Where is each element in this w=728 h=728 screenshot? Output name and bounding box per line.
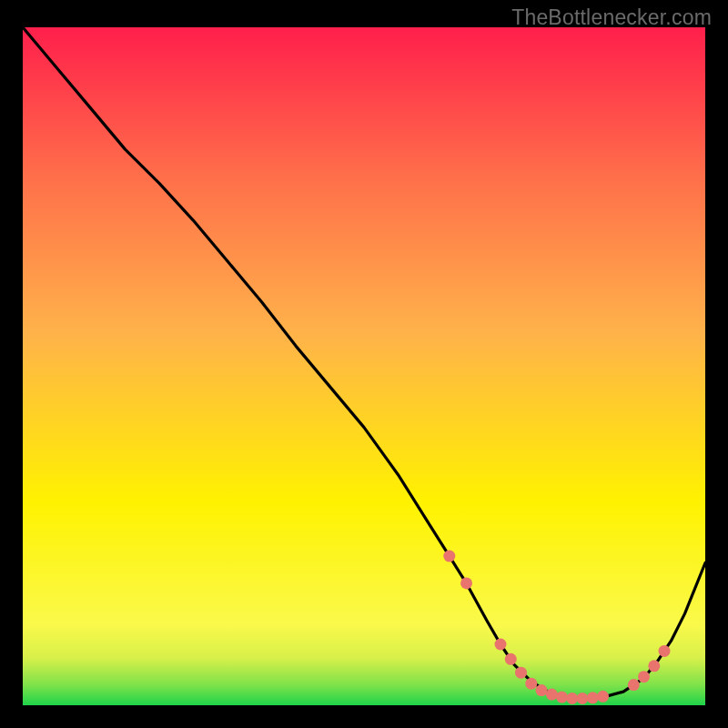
highlight-dot — [659, 645, 671, 657]
highlight-dot — [638, 671, 650, 682]
highlight-dot — [546, 689, 558, 701]
highlight-dot — [597, 691, 609, 703]
highlight-dot — [495, 639, 507, 651]
highlight-dot — [536, 684, 548, 696]
highlight-dot — [566, 693, 578, 704]
highlight-dot — [460, 577, 472, 589]
highlight-dot — [648, 660, 660, 672]
highlight-dot — [443, 551, 455, 562]
highlight-dot — [628, 679, 640, 691]
chart-frame: TheBottlenecker.com — [0, 0, 728, 728]
chart-svg — [23, 27, 705, 705]
highlight-dot — [525, 678, 537, 690]
watermark-text: TheBottlenecker.com — [511, 5, 712, 30]
highlight-dot — [577, 693, 589, 704]
gradient-background — [23, 27, 705, 705]
highlight-dot — [556, 692, 568, 703]
highlight-dot — [505, 653, 517, 665]
highlight-dot — [587, 692, 599, 703]
plot-area — [23, 27, 705, 705]
highlight-dot — [515, 667, 527, 679]
